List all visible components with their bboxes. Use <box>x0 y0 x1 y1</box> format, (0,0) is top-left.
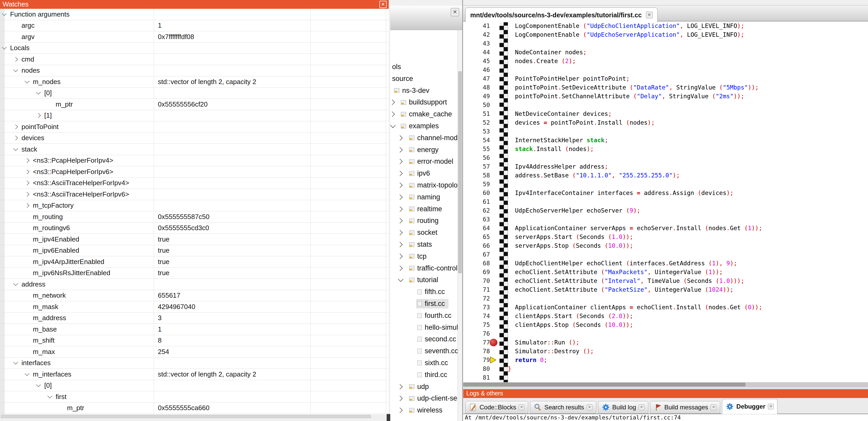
chevron-right-icon[interactable] <box>13 124 18 129</box>
tree-item[interactable]: naming <box>390 191 458 203</box>
watch-row[interactable]: <ns3::AsciiTraceHelperForIpv6> <box>0 189 389 200</box>
watch-row[interactable]: first <box>0 391 389 402</box>
project-tree[interactable]: olssourcens-3-devbuildsupportcmake_cache… <box>390 30 458 421</box>
watch-row[interactable]: Function arguments <box>0 9 389 20</box>
close-icon[interactable]: ✕ <box>711 404 716 410</box>
chevron-right-icon[interactable] <box>25 169 29 174</box>
chevron-right-icon[interactable] <box>390 100 395 105</box>
watch-row[interactable]: m_ipv4Enabledtrue <box>0 234 389 245</box>
tree-item[interactable]: stats <box>390 239 458 250</box>
watch-row[interactable]: m_ipv6NsRsJitterEnabledtrue <box>0 268 389 279</box>
chevron-right-icon[interactable] <box>397 408 403 413</box>
tree-item[interactable]: udp-client-server <box>390 393 458 404</box>
chevron-right-icon[interactable] <box>13 136 18 140</box>
log-tab-search-results[interactable]: Search results✕ <box>530 401 596 414</box>
projects-panel-header[interactable]: ✕ <box>390 6 462 30</box>
chevron-right-icon[interactable] <box>397 183 403 188</box>
tree-item[interactable]: tutorial <box>390 274 458 286</box>
tree-item[interactable]: fifth.cc <box>390 286 458 298</box>
watch-row[interactable]: m_routingv60x5555555cd3c0 <box>0 223 389 234</box>
chevron-right-icon[interactable] <box>397 384 403 389</box>
log-tab-code-blocks[interactable]: Code::Blocks✕ <box>465 401 528 414</box>
watch-row[interactable]: m_ipv4ArpJitterEnabledtrue <box>0 256 389 268</box>
chevron-right-icon[interactable] <box>397 242 403 247</box>
chevron-down-icon[interactable] <box>13 281 18 286</box>
watch-row[interactable]: m_network655617 <box>0 290 389 301</box>
chevron-right-icon[interactable] <box>25 181 29 186</box>
tree-item[interactable]: socket <box>390 227 458 238</box>
chevron-right-icon[interactable] <box>397 171 403 176</box>
breakpoint-icon[interactable] <box>490 339 497 346</box>
tree-item[interactable]: matrix-topology <box>390 180 458 191</box>
chevron-right-icon[interactable] <box>397 135 403 141</box>
watch-row[interactable]: argv0x7fffffffdf08 <box>0 31 389 43</box>
watch-row[interactable]: m_ipv6Enabledtrue <box>0 245 389 257</box>
chevron-down-icon[interactable] <box>13 67 18 72</box>
watch-row[interactable]: m_ptr0x55555556cf20 <box>0 99 389 110</box>
log-tab-debugger[interactable]: Debugger✕ <box>722 399 777 414</box>
chevron-right-icon[interactable] <box>397 218 403 223</box>
scrollbar-thumb[interactable] <box>463 383 745 386</box>
chevron-right-icon[interactable] <box>397 194 403 200</box>
chevron-down-icon[interactable] <box>2 11 6 16</box>
watch-row[interactable]: devices <box>0 133 389 144</box>
watch-row[interactable]: [0] <box>0 88 389 99</box>
tree-item[interactable]: error-model <box>390 156 458 167</box>
tree-item[interactable]: source <box>390 73 458 85</box>
tree-item[interactable]: wireless <box>390 404 458 416</box>
editor-tab-first-cc[interactable]: mnt/dev/tools/source/ns-3-dev/examples/t… <box>465 7 658 22</box>
tree-vertical-scrollbar[interactable] <box>458 30 462 421</box>
chevron-down-icon[interactable] <box>36 90 41 95</box>
watch-row[interactable]: cmd <box>0 54 389 65</box>
watch-row[interactable]: stack <box>0 144 389 155</box>
chevron-right-icon[interactable] <box>397 159 403 164</box>
tree-item[interactable]: energy <box>390 144 458 156</box>
tree-item[interactable]: ns-3-dev <box>390 85 458 96</box>
chevron-right-icon[interactable] <box>397 230 403 235</box>
chevron-right-icon[interactable] <box>397 147 403 152</box>
watch-row[interactable]: m_tcpFactory <box>0 200 389 212</box>
watch-row[interactable]: <ns3::PcapHelperForIpv6> <box>0 166 389 177</box>
watches-horizontal-scrollbar[interactable] <box>0 414 389 419</box>
watch-row[interactable]: pointToPoint <box>0 121 389 133</box>
watches-title[interactable]: Watches ✕ <box>0 0 389 9</box>
chevron-down-icon[interactable] <box>36 383 41 387</box>
watch-row[interactable]: nodes <box>0 65 389 76</box>
tree-item[interactable]: buildsupport <box>390 96 458 108</box>
watch-row[interactable]: m_mask4294967040 <box>0 301 389 313</box>
watch-row[interactable]: interfaces <box>0 358 389 369</box>
chevron-down-icon[interactable] <box>25 78 29 83</box>
watch-row[interactable]: <ns3::AsciiTraceHelperForIpv4> <box>0 177 389 189</box>
tree-item[interactable]: ipv6 <box>390 168 458 179</box>
code-editor[interactable]: 4142434445464748495051525354555657585960… <box>463 22 868 382</box>
tree-item[interactable]: routing <box>390 215 458 227</box>
tree-item[interactable]: fourth.cc <box>390 310 458 321</box>
code-text[interactable]: LogComponentEnable ("UdpEchoClientApplic… <box>508 22 762 382</box>
watch-row[interactable]: m_ptr0x5555555ca660 <box>0 402 389 414</box>
panel-splitter[interactable] <box>462 0 463 421</box>
scrollbar-thumb[interactable] <box>458 71 462 273</box>
watch-row[interactable]: m_base1 <box>0 324 389 335</box>
tree-item[interactable]: first.cc <box>390 298 458 310</box>
chevron-right-icon[interactable] <box>397 396 403 401</box>
tree-item[interactable]: seventh.cc <box>390 345 458 357</box>
log-tab-build-messages[interactable]: Build messages✕ <box>650 401 720 414</box>
log-tab-build-log[interactable]: Build log✕ <box>598 401 648 414</box>
close-icon[interactable]: ✕ <box>519 404 524 410</box>
watch-row[interactable]: address <box>0 279 389 290</box>
tree-item[interactable]: traffic-control <box>390 262 458 274</box>
chevron-right-icon[interactable] <box>36 113 41 118</box>
chevron-down-icon[interactable] <box>398 277 403 282</box>
logs-panel-title[interactable]: Logs & others <box>463 389 868 398</box>
chevron-down-icon[interactable] <box>48 394 52 398</box>
editor-horizontal-scrollbar[interactable] <box>463 382 868 387</box>
chevron-right-icon[interactable] <box>13 57 18 62</box>
chevron-down-icon[interactable] <box>13 146 18 151</box>
watch-row[interactable]: m_nodesstd::vector of length 2, capacity… <box>0 76 389 88</box>
close-icon[interactable]: ✕ <box>646 12 653 19</box>
watch-row[interactable]: m_address3 <box>0 313 389 324</box>
watch-row[interactable]: m_routing0x555555587c50 <box>0 211 389 223</box>
close-icon[interactable]: ✕ <box>451 8 459 16</box>
tree-item[interactable]: second.cc <box>390 333 458 345</box>
close-icon[interactable]: ✕ <box>639 404 644 410</box>
